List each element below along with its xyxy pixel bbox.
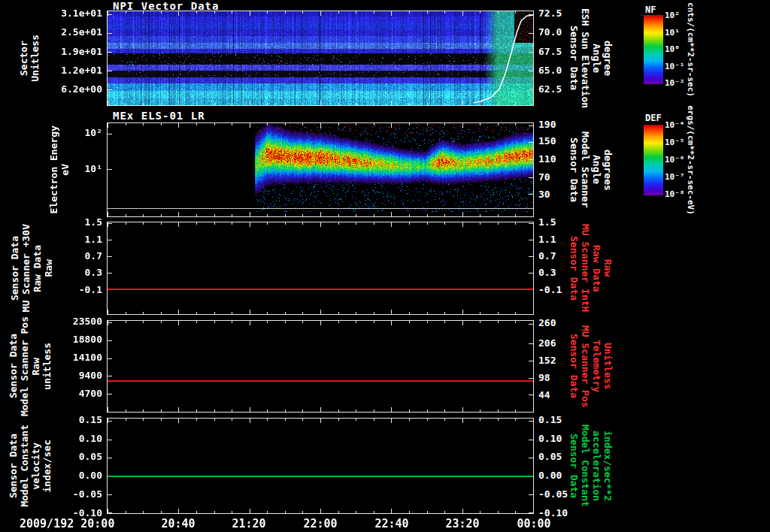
y-tick-mark (529, 177, 533, 178)
y-tick-label: 2.5e+01 (47, 26, 102, 38)
x-tick-mark (178, 407, 179, 412)
x-tick-mark (232, 511, 232, 513)
x-tick-mark (498, 321, 499, 323)
x-tick-mark (462, 419, 463, 423)
x-tick-mark (391, 419, 392, 423)
y-tick-mark (529, 142, 533, 143)
x-tick-mark (302, 214, 303, 216)
x-tick-mark (409, 321, 410, 323)
x-tick-mark (338, 11, 339, 14)
x-tick-mark (232, 321, 232, 323)
x-tick-mark (498, 11, 499, 14)
x-tick-mark (338, 410, 339, 412)
y-tick-label: -0.1 (538, 284, 594, 296)
x-tick-mark (444, 419, 445, 421)
y-tick-label: 0.00 (538, 470, 594, 482)
x-tick-mark (374, 222, 374, 225)
constant-data-line (108, 476, 533, 477)
y-tick-mark (108, 240, 112, 240)
x-tick-mark (267, 312, 268, 314)
x-tick-mark (409, 103, 410, 105)
x-tick-mark (427, 312, 428, 314)
y-tick-mark (108, 52, 112, 53)
x-tick-mark (108, 101, 108, 105)
x-tick-mark (498, 222, 499, 225)
x-tick-mark (250, 101, 250, 105)
y-tick-mark (108, 358, 112, 359)
x-tick-mark (214, 321, 215, 323)
x-tick-mark (161, 214, 162, 216)
y-tick-label: 1.9e+01 (47, 46, 102, 58)
x-tick-mark (498, 419, 499, 421)
x-tick-mark (285, 410, 286, 412)
y-tick-label: 0.7 (538, 250, 594, 262)
x-tick-mark (126, 321, 126, 323)
x-tick-mark (533, 11, 534, 16)
y-tick-label: 70 (538, 171, 594, 183)
y-tick-label: 0.05 (538, 451, 594, 463)
scanner-pos-panel (107, 320, 534, 413)
x-tick-mark (444, 103, 445, 105)
x-tick-mark (374, 123, 374, 125)
y-tick-label: 1.1 (538, 234, 594, 246)
x-tick-mark (302, 123, 303, 125)
x-axis-start-label: 2009/192 20:00 (20, 517, 114, 530)
x-tick-mark (302, 410, 303, 412)
x-tick-mark (515, 214, 516, 216)
x-tick-mark (232, 123, 232, 125)
y-tick-label: -0.1 (47, 284, 102, 296)
y-tick-mark (529, 71, 533, 71)
x-tick-mark (302, 419, 303, 421)
els-spectrogram-panel (107, 122, 534, 217)
x-tick-mark (161, 419, 162, 421)
x-tick-mark (302, 222, 303, 225)
x-tick-mark (356, 321, 356, 323)
x-tick-mark (533, 123, 534, 128)
y-tick-mark (529, 159, 533, 160)
x-tick-mark (232, 214, 232, 216)
els-spectrogram-canvas (108, 123, 533, 216)
def-colorbar-unit: ergs/(cm**2-sr-sec-eV) (686, 105, 696, 215)
x-tick-mark (232, 222, 232, 225)
x-tick-label: 21:20 (227, 517, 271, 530)
x-tick-mark (196, 321, 197, 323)
y-tick-label: 6.2e+00 (47, 83, 102, 95)
x-tick-mark (374, 410, 374, 412)
x-tick-mark (320, 407, 321, 412)
x-tick-mark (250, 11, 250, 16)
colorbar-def-title: DEF (645, 113, 662, 123)
def-colorbar (644, 125, 663, 195)
y-tick-mark (529, 256, 533, 257)
y-tick-label: 0.10 (538, 433, 594, 445)
x-tick-mark (285, 419, 286, 421)
x-tick-mark (427, 103, 428, 105)
y-tick-mark (108, 340, 112, 341)
x-tick-mark (356, 123, 356, 125)
x-tick-mark (498, 410, 499, 412)
x-tick-mark (267, 11, 268, 14)
y-tick-label: 0.3 (47, 267, 102, 279)
axis-label-line: Model Constant (19, 425, 30, 507)
npi-spectrogram-panel (107, 11, 534, 106)
x-tick-mark (196, 123, 197, 125)
x-tick-mark (250, 212, 250, 216)
x-tick-mark (320, 222, 321, 227)
x-tick-mark (391, 509, 392, 513)
axis-label-line: Raw Data (32, 245, 43, 292)
y-tick-mark (108, 494, 112, 495)
x-tick-mark (533, 212, 534, 216)
x-tick-mark (444, 410, 445, 412)
x-tick-mark (267, 419, 268, 421)
x-tick-mark (267, 103, 268, 105)
colorbar-tick-label: 10⁰ (665, 44, 680, 54)
x-tick-mark (320, 212, 321, 216)
x-tick-mark (214, 222, 215, 225)
y-tick-label: 0.05 (47, 451, 102, 463)
colorbar-tick-label: 10⁻⁶ (665, 155, 685, 165)
y-tick-mark (108, 273, 112, 274)
y-tick-mark (108, 440, 112, 440)
x-tick-mark (480, 123, 480, 125)
y-tick-label: 1.1 (47, 234, 102, 246)
y-tick-label: 190 (538, 119, 594, 131)
x-tick-mark (267, 511, 268, 513)
